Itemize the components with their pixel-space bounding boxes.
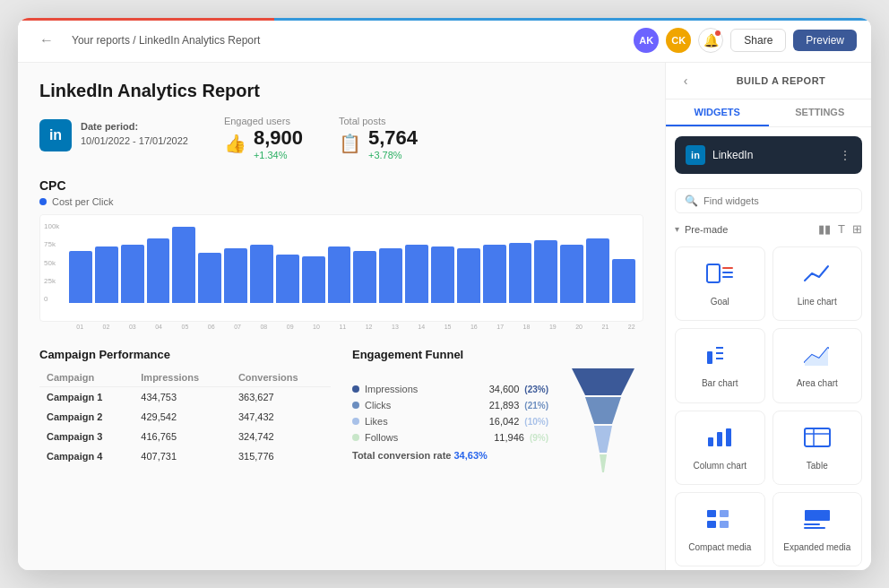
funnel-item-value: 34,600	[489, 384, 520, 394]
chart-bar	[250, 245, 273, 303]
widget-card-area-chart[interactable]: Area chart	[772, 328, 863, 402]
search-icon: 🔍	[685, 195, 698, 207]
posts-change: +3.78%	[368, 150, 418, 160]
x-axis-label: 16	[462, 324, 486, 330]
chart-bar	[612, 259, 635, 304]
back-button[interactable]: ←	[32, 29, 61, 52]
cpc-title: CPC	[39, 178, 643, 193]
widget-card-column-chart[interactable]: Column chart	[675, 411, 765, 485]
thumbs-up-icon: 👍	[224, 133, 246, 154]
table-cell: Campaign 2	[39, 407, 134, 427]
campaign-title: Campaign Performance	[39, 348, 331, 361]
widget-card-goal[interactable]: Goal	[675, 246, 765, 321]
chart-bar	[147, 238, 170, 303]
col-conversions: Conversions	[231, 368, 331, 387]
table-row: Campaign 2429,542347,432	[39, 407, 331, 427]
table-icon	[803, 425, 832, 455]
bar-view-icon[interactable]: ▮▮	[818, 222, 831, 236]
widget-card-line-chart[interactable]: Line chart	[772, 246, 863, 321]
table-cell: 324,742	[231, 427, 331, 446]
table-cell: 347,432	[231, 407, 331, 427]
funnel-item-pct: (10%)	[524, 417, 548, 427]
document-icon: 📋	[339, 133, 361, 154]
funnel-row: Likes 16,042 (10%)	[352, 416, 548, 427]
x-axis-label: 09	[279, 324, 302, 330]
x-axis-label: 17	[488, 324, 512, 330]
x-axis-label: 22	[620, 324, 643, 330]
table-cell: Campaign 3	[39, 427, 134, 446]
widget-card-table[interactable]: Table	[772, 411, 863, 485]
column-chart-icon	[705, 425, 734, 455]
chart-bar	[586, 238, 609, 303]
funnel-item-label: Likes	[365, 416, 484, 427]
tab-widgets[interactable]: WIDGETS	[666, 99, 769, 126]
funnel-total-label: Total conversion rate	[352, 450, 454, 461]
svg-rect-13	[717, 432, 722, 446]
line-chart-label: Line chart	[798, 297, 837, 307]
cpc-section: CPC Cost per Click 100k 75k 50k 25k 0	[39, 178, 643, 330]
x-axis-label: 12	[357, 324, 380, 330]
table-cell: 315,776	[231, 446, 331, 466]
table-cell: 416,765	[134, 427, 231, 446]
chart-bar	[353, 251, 376, 304]
text-view-icon[interactable]: T	[838, 222, 845, 236]
svg-marker-2	[594, 426, 612, 453]
linkedin-item-icon: in	[686, 145, 705, 165]
table-cell: 363,627	[231, 387, 331, 408]
x-axis-label: 07	[226, 324, 249, 330]
search-input[interactable]	[703, 195, 852, 206]
engaged-label: Engaged users	[224, 116, 303, 126]
svg-rect-4	[707, 264, 720, 282]
preview-button[interactable]: Preview	[793, 30, 857, 51]
funnel-dot	[352, 402, 359, 409]
tab-settings[interactable]: SETTINGS	[769, 99, 872, 126]
grid-view-icon[interactable]: ⊞	[852, 222, 862, 236]
chart-bar	[302, 256, 325, 303]
premade-label: Pre-made	[685, 224, 813, 235]
chart-bar	[328, 246, 351, 303]
funnel-item-value: 16,042	[489, 416, 520, 427]
funnel-svg	[563, 368, 643, 476]
funnel-row: Clicks 21,893 (21%)	[352, 400, 548, 411]
expanded-media-label: Expanded media	[783, 542, 850, 552]
bar-chart-icon	[705, 342, 734, 373]
x-axis-label: 06	[200, 324, 223, 330]
y-axis: 100k 75k 50k 25k 0	[44, 222, 59, 303]
svg-marker-0	[572, 368, 634, 395]
premade-view-icons: ▮▮ T ⊞	[818, 222, 862, 236]
avatar-ck: CK	[666, 28, 691, 53]
premade-chevron-icon[interactable]: ▾	[675, 224, 679, 234]
linkedin-more-button[interactable]: ⋮	[839, 148, 851, 162]
linkedin-item[interactable]: in LinkedIn ⋮	[675, 136, 862, 174]
top-bar-actions: AK CK 🔔 Share Preview	[634, 28, 857, 53]
table-cell: 429,542	[134, 407, 231, 427]
widget-card-compact-media[interactable]: Compact media	[675, 492, 765, 566]
panel-back-button[interactable]: ‹	[677, 72, 695, 90]
table-row: Campaign 4407,731315,776	[39, 446, 331, 466]
funnel-item-value: 11,946	[494, 432, 524, 443]
widget-card-expanded-media[interactable]: Expanded media	[772, 492, 863, 566]
premade-header: ▾ Pre-made ▮▮ T ⊞	[666, 219, 871, 239]
chart-bar	[95, 246, 118, 303]
svg-marker-3	[600, 454, 607, 472]
x-axis-label: 11	[331, 324, 354, 330]
funnel-item-label: Impressions	[365, 384, 484, 394]
svg-marker-1	[585, 397, 621, 424]
cpc-chart: 100k 75k 50k 25k 0	[39, 214, 643, 322]
area-chart-icon	[803, 342, 832, 373]
col-campaign: Campaign	[39, 368, 134, 387]
widget-card-bar-chart[interactable]: Bar chart	[675, 328, 765, 402]
line-chart-icon	[803, 261, 832, 291]
funnel-total-value: 34,63%	[454, 450, 488, 461]
compact-media-label: Compact media	[688, 542, 751, 552]
report-area: LinkedIn Analytics Report in Date period…	[18, 63, 665, 570]
breadcrumb: Your reports / LinkedIn Analytics Report	[72, 34, 623, 47]
chart-bars	[69, 222, 635, 303]
bar-chart-label: Bar chart	[702, 378, 738, 388]
funnel-dot	[352, 434, 359, 441]
chart-bar	[276, 255, 299, 303]
share-button[interactable]: Share	[730, 29, 786, 52]
chart-bar	[69, 251, 92, 304]
notification-button[interactable]: 🔔	[698, 28, 723, 53]
x-axis-label: 20	[567, 324, 591, 330]
